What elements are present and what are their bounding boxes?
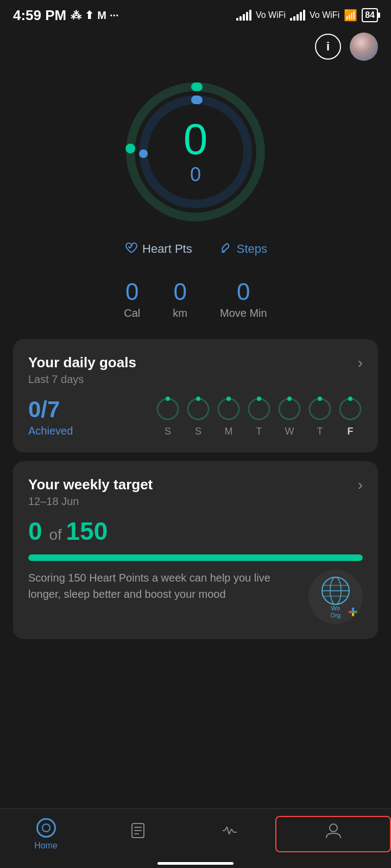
svg-point-7 — [166, 397, 170, 401]
weekly-progress-fill — [28, 554, 363, 561]
mail-icon: M — [97, 9, 106, 22]
km-stat: 0 km — [173, 280, 187, 320]
km-label: km — [173, 307, 187, 320]
daily-goals-chevron: › — [358, 354, 363, 372]
journal-icon — [129, 821, 147, 844]
time-display: 4:59 PM — [13, 7, 66, 24]
svg-point-10 — [218, 399, 239, 419]
weekly-total: 150 — [66, 517, 108, 545]
info-icon: i — [326, 40, 330, 54]
svg-point-16 — [310, 399, 330, 419]
weekly-target-value: 0 of 150 — [28, 516, 363, 546]
svg-rect-27 — [352, 608, 354, 611]
svg-line-37 — [231, 829, 234, 832]
weekly-current: 0 — [28, 517, 42, 545]
day-circle-t2 — [307, 397, 332, 422]
ring-container[interactable]: 0 0 — [119, 76, 272, 228]
heart-icon — [124, 241, 138, 257]
day-label-s1: S — [165, 426, 171, 437]
svg-rect-28 — [349, 611, 352, 613]
day-circle-s1 — [155, 397, 180, 422]
weekly-target-title: Your weekly target — [28, 476, 153, 493]
weekly-description-row: Scoring 150 Heart Points a week can help… — [28, 570, 363, 624]
move-min-label: Move Min — [220, 307, 267, 320]
svg-point-14 — [279, 399, 300, 419]
svg-point-12 — [249, 399, 269, 419]
status-icons: ⁂ ⬆ M ··· — [71, 9, 118, 22]
day-item-s1: S — [155, 397, 180, 437]
weekly-target-header: Your weekly target 12–18 Jun › — [28, 476, 363, 508]
svg-point-8 — [188, 399, 209, 419]
who-logo-container — [319, 575, 352, 609]
who-line1: Wo — [331, 605, 340, 612]
weekly-description: Scoring 150 Heart Points a week can help… — [28, 570, 300, 602]
upload-icon: ⬆ — [85, 9, 94, 22]
hashtag-icon: ⁂ — [71, 9, 81, 22]
svg-line-36 — [229, 829, 231, 834]
move-min-value: 0 — [237, 280, 250, 304]
daily-goals-header: Your daily goals Last 7 days › — [28, 354, 363, 386]
weekly-target-title-group: Your weekly target 12–18 Jun — [28, 476, 153, 508]
dots-icon: ··· — [110, 9, 119, 22]
cal-value: 0 — [125, 280, 138, 304]
nav-home[interactable]: Home — [0, 818, 92, 851]
home-icon-inner — [42, 824, 51, 832]
weekly-target-date: 12–18 Jun — [28, 495, 153, 508]
heart-pts-legend[interactable]: Heart Pts — [124, 241, 192, 257]
google-cross-icon — [348, 607, 358, 617]
bottom-navigation: Home — [0, 808, 391, 868]
day-label-t2: T — [317, 426, 323, 437]
day-label-w: W — [285, 426, 294, 437]
stats-row: 0 Cal 0 km 0 Move Min — [0, 280, 391, 320]
day-circle-t1 — [247, 397, 272, 422]
svg-point-19 — [348, 397, 352, 401]
battery-indicator: 84 — [362, 8, 378, 22]
days-circles: S S M — [155, 397, 363, 437]
svg-point-15 — [287, 397, 292, 401]
daily-goals-subtitle: Last 7 days — [28, 373, 136, 386]
ring-main-value: 0 — [184, 118, 208, 161]
weekly-progress-bar — [28, 554, 363, 561]
steps-label: Steps — [237, 242, 267, 256]
nav-activity[interactable] — [184, 821, 275, 847]
day-item-m: M — [216, 397, 241, 437]
km-value: 0 — [173, 280, 186, 304]
profile-icon — [324, 821, 343, 844]
nav-journal[interactable] — [92, 821, 184, 847]
day-item-w: W — [277, 397, 302, 437]
battery-level: 84 — [365, 10, 375, 20]
info-button[interactable]: i — [315, 34, 341, 60]
heart-pts-label: Heart Pts — [142, 242, 192, 256]
status-right-icons: Vo WiFi Vo WiFi 📶 84 — [236, 8, 378, 22]
status-bar: 4:59 PM ⁂ ⬆ M ··· Vo WiFi Vo WiFi 📶 — [0, 0, 391, 28]
day-label-m: M — [225, 426, 233, 437]
weekly-target-chevron: › — [358, 476, 363, 494]
vo-wifi-label-2: Vo WiFi — [310, 10, 339, 20]
goals-achieved-group: 0/7 Achieved — [28, 397, 73, 437]
activity-icon — [220, 821, 239, 844]
weekly-target-card[interactable]: Your weekly target 12–18 Jun › 0 of 150 … — [13, 461, 378, 639]
avatar[interactable] — [350, 33, 378, 61]
weekly-of-label: of — [49, 526, 66, 543]
content-padding — [0, 646, 391, 711]
ring-legend: Heart Pts Steps — [124, 241, 267, 257]
steps-legend[interactable]: Steps — [218, 241, 267, 257]
goals-achieved-label: Achieved — [28, 425, 73, 437]
move-min-stat: 0 Move Min — [220, 280, 267, 320]
goals-content: 0/7 Achieved S S — [28, 397, 363, 437]
steps-icon — [218, 241, 232, 257]
svg-point-11 — [226, 397, 231, 401]
day-item-t2: T — [307, 397, 332, 437]
status-time: 4:59 PM ⁂ ⬆ M ··· — [13, 7, 119, 24]
home-nav-label: Home — [34, 841, 58, 851]
daily-goals-card[interactable]: Your daily goals Last 7 days › 0/7 Achie… — [13, 339, 378, 452]
svg-point-13 — [257, 397, 261, 401]
vo-wifi-label-1: Vo WiFi — [256, 10, 286, 20]
day-circle-m — [216, 397, 241, 422]
ring-center-values: 0 0 — [184, 118, 208, 186]
who-line2: Org — [331, 612, 340, 619]
day-item-t1: T — [247, 397, 272, 437]
daily-goals-title-group: Your daily goals Last 7 days — [28, 354, 136, 386]
nav-profile[interactable] — [275, 816, 391, 852]
who-text: Wo Org — [331, 605, 340, 619]
